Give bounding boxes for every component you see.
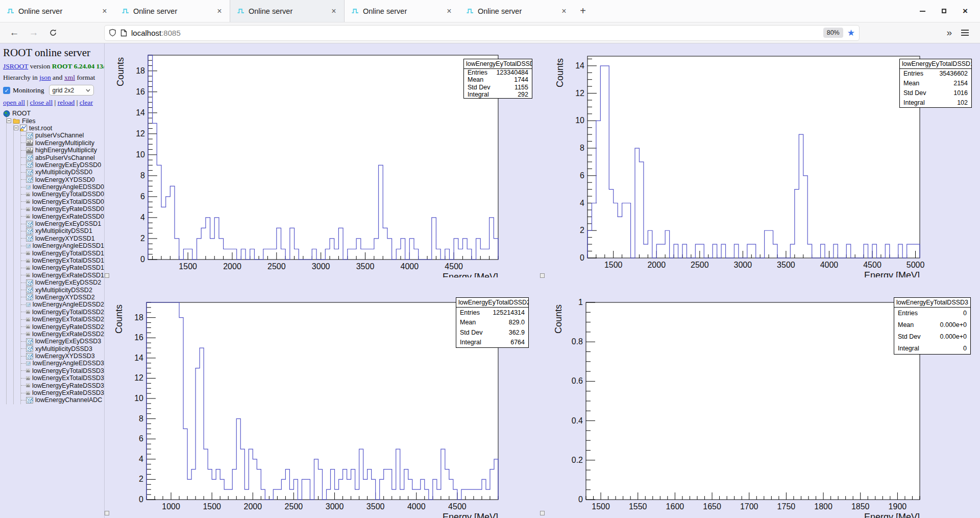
hist1d-icon <box>26 147 33 154</box>
minimize-button[interactable] <box>919 8 926 15</box>
url-bar[interactable]: localhost:8085 80% ★ <box>104 25 860 41</box>
jsroot-favicon <box>352 8 359 15</box>
tree-item-lowEnergyChannelADC[interactable]: lowEnergyChannelADC <box>21 396 104 404</box>
tree-item-lowEnergyMultiplicity[interactable]: lowEnergyMultiplicity <box>21 139 104 147</box>
tab-close-icon[interactable]: × <box>100 6 110 16</box>
tree-item-xyMultiplicityDSSD2[interactable]: xyMultiplicityDSSD2 <box>21 286 104 293</box>
tab-close-icon[interactable]: × <box>444 6 454 16</box>
forward-button[interactable]: → <box>26 25 42 40</box>
bookmark-star-icon[interactable]: ★ <box>847 28 855 38</box>
tree-item-lowEnergyXYDSSD1[interactable]: lowEnergyXYDSSD1 <box>21 235 104 242</box>
tree-item-lowEnergyAngleEDSSD0[interactable]: lowEnergyAngleEDSSD0 <box>21 183 104 191</box>
browser-tab[interactable]: Online server× <box>115 0 230 22</box>
tree-node-testroot[interactable]: test.root <box>14 125 104 132</box>
action-link-clear[interactable]: clear <box>80 99 93 106</box>
tree-item-lowEnergyExRateDSSD0[interactable]: lowEnergyExRateDSSD0 <box>21 213 104 220</box>
x-tick-label: 1800 <box>814 502 832 511</box>
xml-link[interactable]: xml <box>64 74 75 81</box>
tree-item-lowEnergyExEyDSSD1[interactable]: lowEnergyExEyDSSD1 <box>21 220 104 227</box>
action-link-close-all[interactable]: close all <box>30 99 53 106</box>
url-text[interactable]: localhost:8085 <box>131 29 819 37</box>
grid-splitter-handle[interactable] <box>105 511 109 515</box>
tree-item-absPulserVsChannel[interactable]: absPulserVsChannel <box>21 154 104 161</box>
y-tick-label: 1 <box>578 298 583 307</box>
tree-item-pulserVsChannel[interactable]: pulserVsChannel <box>21 132 104 139</box>
grid-splitter-handle[interactable] <box>105 273 109 278</box>
tree-item-lowEnergyEyTotalDSSD0[interactable]: lowEnergyEyTotalDSSD0 <box>21 191 104 198</box>
monitoring-checkbox[interactable]: ✓ <box>3 87 10 94</box>
tree-item-lowEnergyXYDSSD3[interactable]: lowEnergyXYDSSD3 <box>21 352 104 360</box>
y-tick-label: 4 <box>580 199 584 207</box>
tree-item-lowEnergyExEyDSSD3[interactable]: lowEnergyExEyDSSD3 <box>21 338 104 345</box>
y-axis-title: Counts <box>553 304 564 334</box>
hist1d-icon <box>26 309 30 315</box>
collapse-icon[interactable] <box>14 126 18 130</box>
hist1d-icon <box>26 213 30 220</box>
action-link-open-all[interactable]: open all <box>3 99 25 106</box>
window-controls: × <box>908 0 980 22</box>
tree-item-lowEnergyEyRateDSSD3[interactable]: lowEnergyEyRateDSSD3 <box>21 382 104 389</box>
tree-item-lowEnergyEyTotalDSSD2[interactable]: lowEnergyEyTotalDSSD2 <box>21 309 104 316</box>
hist2d-icon <box>26 338 33 345</box>
tree-item-lowEnergyExRateDSSD3[interactable]: lowEnergyExRateDSSD3 <box>21 389 104 396</box>
jsroot-link[interactable]: JSROOT <box>3 62 28 70</box>
plot-pad-lowEnergyEyTotalDSSD0[interactable]: 1500200025003000350040004500024681012141… <box>105 43 542 277</box>
stats-row: Mean2154 <box>900 80 971 87</box>
grid-splitter-handle[interactable] <box>540 273 545 278</box>
tree-item-lowEnergyEyTotalDSSD3[interactable]: lowEnergyEyTotalDSSD3 <box>21 367 104 374</box>
overflow-chevrons-icon[interactable]: » <box>946 27 951 38</box>
stats-row: Mean0.000e+0 <box>894 321 970 328</box>
collapse-icon[interactable] <box>7 119 11 123</box>
tree-item-lowEnergyAngleEDSSD1[interactable]: lowEnergyAngleEDSSD1 <box>21 242 104 249</box>
layout-select[interactable]: grid 2x2 <box>49 85 94 96</box>
tree-item-lowEnergyEyRateDSSD2[interactable]: lowEnergyEyRateDSSD2 <box>21 323 104 330</box>
plot-pad-lowEnergyEyTotalDSSD3[interactable]: 15001550160016501700175018001850190000.2… <box>542 277 980 518</box>
tree-item-lowEnergyEyRateDSSD1[interactable]: lowEnergyEyRateDSSD1 <box>21 264 104 271</box>
tab-close-icon[interactable]: × <box>214 6 225 16</box>
tree-item-xyMultiplicityDSSD3[interactable]: xyMultiplicityDSSD3 <box>21 345 104 352</box>
action-link-reload[interactable]: reload <box>58 99 75 106</box>
back-button[interactable]: ← <box>6 25 22 40</box>
tree-item-lowEnergyExTotalDSSD1[interactable]: lowEnergyExTotalDSSD1 <box>21 257 104 264</box>
tree-item-highEnergyMultiplicity[interactable]: highEnergyMultiplicity <box>21 147 104 154</box>
tree-item-lowEnergyExRateDSSD1[interactable]: lowEnergyExRateDSSD1 <box>21 272 104 279</box>
tree-file-label: test.root <box>29 125 52 132</box>
tree-item-lowEnergyExEyDSSD0[interactable]: lowEnergyExEyDSSD0 <box>21 161 104 169</box>
tree-item-lowEnergyExEyDSSD2[interactable]: lowEnergyExEyDSSD2 <box>21 279 104 286</box>
browser-tab[interactable]: Online server× <box>459 0 574 22</box>
browser-tab[interactable]: Online server× <box>230 0 345 22</box>
tree-node-files[interactable]: Files <box>7 117 104 124</box>
tree-item-lowEnergyAngleEDSSD3[interactable]: lowEnergyAngleEDSSD3 <box>21 360 104 367</box>
close-window-button[interactable]: × <box>962 8 969 15</box>
plot-pad-lowEnergyEyTotalDSSD2[interactable]: 1000150020002500300035004000450002468101… <box>105 277 542 518</box>
tree-item-lowEnergyXYDSSD0[interactable]: lowEnergyXYDSSD0 <box>21 176 104 183</box>
stats-value: 0.000e+0 <box>940 321 967 328</box>
tree-item-lowEnergyExRateDSSD2[interactable]: lowEnergyExRateDSSD2 <box>21 331 104 338</box>
tree-item-xyMultiplicityDSSD1[interactable]: xyMultiplicityDSSD1 <box>21 227 104 234</box>
json-link[interactable]: json <box>39 74 51 81</box>
tree-item-lowEnergyExTotalDSSD0[interactable]: lowEnergyExTotalDSSD0 <box>21 198 104 205</box>
tab-close-icon[interactable]: × <box>559 6 569 16</box>
menu-hamburger-icon[interactable] <box>961 30 969 36</box>
shield-icon[interactable] <box>109 29 116 37</box>
plot-pad-lowEnergyEyTotalDSSD1[interactable]: 1500200025003000350040004500500002468101… <box>542 43 980 277</box>
tree-item-lowEnergyEyRateDSSD0[interactable]: lowEnergyEyRateDSSD0 <box>21 205 104 213</box>
page-icon[interactable] <box>120 29 127 37</box>
tree-item-lowEnergyEyTotalDSSD1[interactable]: lowEnergyEyTotalDSSD1 <box>21 249 104 256</box>
stats-value: 6764 <box>510 339 525 346</box>
tab-close-icon[interactable]: × <box>329 6 339 16</box>
maximize-button[interactable] <box>940 8 947 15</box>
tree-item-lowEnergyExTotalDSSD3[interactable]: lowEnergyExTotalDSSD3 <box>21 374 104 382</box>
browser-tab[interactable]: Online server× <box>0 0 115 22</box>
tree-node-root[interactable]: ROOT <box>3 110 104 117</box>
zoom-level-badge[interactable]: 80% <box>823 28 843 38</box>
root-version: ROOT 6.24.04 13/07/2021 <box>52 62 105 70</box>
tree-item-lowEnergyExTotalDSSD2[interactable]: lowEnergyExTotalDSSD2 <box>21 316 104 323</box>
tree-item-lowEnergyXYDSSD2[interactable]: lowEnergyXYDSSD2 <box>21 294 104 301</box>
new-tab-button[interactable]: + <box>574 0 592 22</box>
grid-splitter-handle[interactable] <box>540 511 545 515</box>
browser-tab[interactable]: Online server× <box>345 0 459 22</box>
reload-button[interactable] <box>45 25 61 40</box>
tree-item-xyMultiplicityDSSD0[interactable]: xyMultiplicityDSSD0 <box>21 169 104 176</box>
tree-item-lowEnergyAngleEDSSD2[interactable]: lowEnergyAngleEDSSD2 <box>21 301 104 308</box>
